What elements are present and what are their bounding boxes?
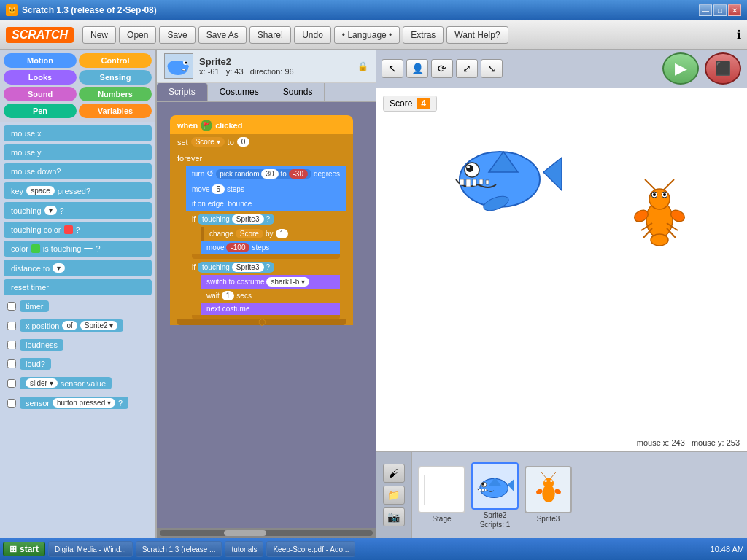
- block-mouse-y[interactable]: mouse y: [4, 144, 152, 160]
- block-touching[interactable]: touching ▾ ?: [4, 202, 152, 219]
- info-button[interactable]: ℹ: [737, 28, 741, 42]
- svg-point-11: [467, 166, 470, 168]
- block-set-score[interactable]: set Score ▾ to 0: [170, 134, 353, 149]
- timer-checkbox[interactable]: [7, 302, 16, 311]
- block-turn-random[interactable]: turn ↺ pick random 30 to -30 degrees: [186, 166, 346, 182]
- taskbar: ⊞ start Digital Media - Wind... Scratch …: [0, 538, 747, 560]
- window-controls[interactable]: — □ ✕: [699, 4, 741, 16]
- block-sensor-checkbox[interactable]: sensor button pressed ▾ ?: [4, 394, 152, 411]
- scrollbar-thumb[interactable]: [224, 530, 266, 536]
- start-button[interactable]: ⊞ start: [3, 542, 45, 556]
- play-button[interactable]: ▶: [662, 52, 699, 85]
- block-wait[interactable]: wait 1 secs: [201, 289, 340, 303]
- loud-checkbox[interactable]: [7, 359, 16, 368]
- block-timer-checkbox[interactable]: timer: [4, 298, 152, 314]
- block-forever[interactable]: forever turn ↺ pick random 30 to -30 deg…: [170, 149, 353, 325]
- block-move-neg100[interactable]: move -100 steps: [201, 241, 340, 254]
- category-variables[interactable]: Variables: [79, 104, 152, 118]
- loudness-checkbox[interactable]: [7, 341, 16, 349]
- scrollbar-track[interactable]: [160, 530, 373, 536]
- block-key-pressed[interactable]: key space pressed?: [4, 182, 152, 199]
- paint-button[interactable]: 🖌: [383, 464, 405, 483]
- category-sound[interactable]: Sound: [4, 87, 77, 101]
- block-if-touching-inner[interactable]: if touching Sprite3 ? switch to costume …: [186, 259, 346, 319]
- block-color-touching[interactable]: color is touching ?: [4, 241, 152, 257]
- tab-scripts[interactable]: Scripts: [157, 83, 208, 101]
- block-touching-color[interactable]: touching color ?: [4, 222, 152, 238]
- category-motion[interactable]: Motion: [4, 53, 77, 68]
- language-button[interactable]: • Language •: [334, 26, 400, 44]
- shrink-tool[interactable]: ⤡: [481, 59, 503, 78]
- tab-costumes[interactable]: Costumes: [208, 83, 271, 101]
- category-looks[interactable]: Looks: [4, 70, 77, 85]
- block-reset-timer[interactable]: reset timer: [4, 279, 152, 295]
- block-loud[interactable]: loud?: [20, 358, 51, 370]
- sensor-checkbox[interactable]: [7, 399, 16, 408]
- category-numbers[interactable]: Numbers: [79, 87, 152, 101]
- block-when-clicked[interactable]: when 🚩 clicked: [170, 115, 353, 134]
- block-change-score[interactable]: change Score by 1: [201, 227, 340, 241]
- person-tool[interactable]: 👤: [406, 59, 428, 78]
- block-distance-to[interactable]: distance to ▾: [4, 260, 152, 276]
- camera-button[interactable]: 📷: [383, 508, 405, 526]
- taskbar-item-2[interactable]: Scratch 1.3 (release ...: [136, 541, 222, 557]
- sprite2-thumbnail-item[interactable]: Sprite2 Scripts: 1: [471, 462, 519, 529]
- taskbar-item-4[interactable]: Keep-Score.pdf - Ado...: [266, 541, 355, 557]
- stop-button[interactable]: ⬛: [705, 52, 741, 85]
- xpos-checkbox[interactable]: [7, 322, 16, 330]
- extras-button[interactable]: Extras: [403, 26, 444, 44]
- taskbar-item-3[interactable]: tutorials: [225, 541, 263, 557]
- category-control[interactable]: Control: [79, 53, 152, 68]
- svg-point-31: [651, 234, 668, 246]
- tabs-bar: Scripts Costumes Sounds: [157, 83, 376, 102]
- close-button[interactable]: ✕: [728, 4, 741, 16]
- scripts-scrollbar[interactable]: [157, 528, 376, 538]
- expand-tool[interactable]: ⤢: [456, 59, 478, 78]
- undo-button[interactable]: Undo: [294, 26, 331, 44]
- new-button[interactable]: New: [82, 26, 116, 44]
- slider-checkbox[interactable]: [7, 379, 16, 388]
- open-button[interactable]: Open: [119, 26, 156, 44]
- stage-thumb-box[interactable]: [418, 466, 465, 513]
- blocks-area: mouse x mouse y mouse down? key space pr…: [0, 122, 155, 538]
- scripts-canvas[interactable]: when 🚩 clicked set Score ▾ to 0 forever: [157, 102, 376, 528]
- shark-sprite: [449, 132, 565, 219]
- cursor-tool[interactable]: ↖: [382, 59, 403, 78]
- save-as-button[interactable]: Save As: [198, 26, 247, 44]
- maximize-button[interactable]: □: [713, 4, 727, 16]
- block-slider-checkbox[interactable]: slider ▾ sensor value: [4, 375, 152, 392]
- stage-thumbnail-item[interactable]: Stage: [418, 466, 465, 524]
- block-xpos-checkbox[interactable]: x position of Sprite2 ▾: [4, 317, 152, 334]
- block-move-5[interactable]: move 5 steps: [186, 182, 346, 197]
- tab-sounds[interactable]: Sounds: [271, 83, 325, 101]
- folder-button[interactable]: 📁: [383, 486, 405, 505]
- mouse-y-val: 253: [727, 438, 740, 447]
- sprite2-thumb-box[interactable]: [471, 462, 519, 510]
- block-slider[interactable]: slider ▾ sensor value: [20, 377, 112, 389]
- category-pen[interactable]: Pen: [4, 104, 77, 118]
- block-edge-bounce[interactable]: if on edge, bounce: [186, 197, 346, 211]
- title-bar: 🐱 Scratch 1.3 (release of 2-Sep-08) — □ …: [0, 0, 747, 20]
- block-loud-checkbox[interactable]: loud?: [4, 356, 152, 372]
- block-timer[interactable]: timer: [20, 300, 49, 312]
- sprite3-thumbnail-item[interactable]: Sprite3: [525, 466, 572, 524]
- category-sensing[interactable]: Sensing: [79, 70, 152, 85]
- block-if-touching-outer[interactable]: if touching Sprite3 ? change Score by 1 …: [186, 211, 346, 259]
- block-sensor[interactable]: sensor button pressed ▾ ?: [20, 397, 128, 409]
- block-mouse-down[interactable]: mouse down?: [4, 163, 152, 179]
- block-switch-costume[interactable]: switch to costume shark1-b ▾: [201, 275, 340, 289]
- svg-point-10: [466, 165, 473, 172]
- block-loudness[interactable]: loudness: [20, 339, 63, 351]
- block-loudness-checkbox[interactable]: loudness: [4, 337, 152, 353]
- minimize-button[interactable]: —: [699, 4, 712, 16]
- share-button[interactable]: Share!: [249, 26, 291, 44]
- taskbar-item-1[interactable]: Digital Media - Wind...: [48, 541, 133, 557]
- block-mouse-x[interactable]: mouse x: [4, 125, 152, 141]
- sprite3-thumb-box[interactable]: [525, 466, 572, 513]
- app-icon: 🐱: [6, 4, 18, 16]
- block-xposition[interactable]: x position of Sprite2 ▾: [20, 319, 123, 332]
- save-button[interactable]: Save: [159, 26, 195, 44]
- rotate-tool[interactable]: ⟳: [431, 59, 453, 78]
- help-button[interactable]: Want Help?: [446, 26, 508, 44]
- block-next-costume[interactable]: next costume: [201, 303, 340, 315]
